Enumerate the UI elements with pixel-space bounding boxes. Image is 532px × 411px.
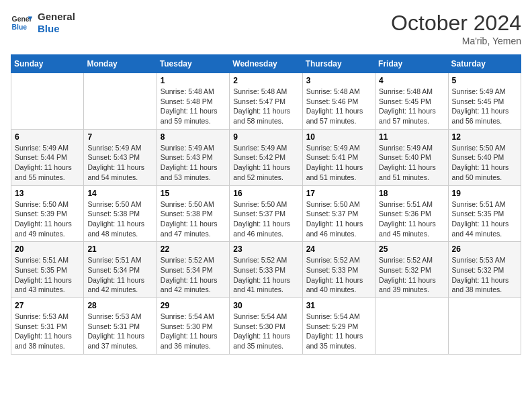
- page-header: General Blue General Blue October 2024 M…: [11, 11, 521, 46]
- calendar-cell: 9Sunrise: 5:49 AM Sunset: 5:42 PM Daylig…: [230, 129, 302, 185]
- calendar-cell: [84, 73, 157, 130]
- calendar-cell: 5Sunrise: 5:49 AM Sunset: 5:45 PM Daylig…: [448, 73, 521, 130]
- logo: General Blue General Blue: [11, 11, 75, 35]
- day-info: Sunrise: 5:49 AM Sunset: 5:43 PM Dayligh…: [161, 143, 226, 183]
- day-info: Sunrise: 5:49 AM Sunset: 5:40 PM Dayligh…: [379, 143, 444, 183]
- day-info: Sunrise: 5:52 AM Sunset: 5:32 PM Dayligh…: [379, 255, 444, 295]
- day-number: 12: [452, 132, 517, 142]
- day-info: Sunrise: 5:48 AM Sunset: 5:46 PM Dayligh…: [306, 87, 371, 126]
- day-number: 26: [452, 244, 517, 254]
- day-info: Sunrise: 5:51 AM Sunset: 5:34 PM Dayligh…: [87, 255, 152, 295]
- calendar-cell: 24Sunrise: 5:52 AM Sunset: 5:33 PM Dayli…: [302, 242, 375, 298]
- day-number: 21: [87, 244, 152, 254]
- day-info: Sunrise: 5:49 AM Sunset: 5:41 PM Dayligh…: [306, 143, 371, 183]
- day-number: 10: [306, 132, 371, 142]
- calendar-cell: 1Sunrise: 5:48 AM Sunset: 5:48 PM Daylig…: [157, 73, 229, 130]
- day-info: Sunrise: 5:54 AM Sunset: 5:30 PM Dayligh…: [233, 312, 298, 351]
- calendar-cell: 19Sunrise: 5:51 AM Sunset: 5:35 PM Dayli…: [448, 185, 521, 242]
- calendar-cell: 10Sunrise: 5:49 AM Sunset: 5:41 PM Dayli…: [302, 129, 375, 185]
- day-info: Sunrise: 5:48 AM Sunset: 5:45 PM Dayligh…: [379, 87, 444, 126]
- day-number: 19: [452, 189, 517, 198]
- day-number: 29: [161, 301, 226, 310]
- day-number: 9: [233, 132, 298, 142]
- day-number: 18: [379, 189, 444, 198]
- day-number: 25: [379, 244, 444, 254]
- day-number: 6: [15, 132, 80, 142]
- day-number: 3: [306, 76, 371, 85]
- day-number: 20: [15, 244, 80, 254]
- calendar-week-3: 13Sunrise: 5:50 AM Sunset: 5:39 PM Dayli…: [11, 185, 521, 242]
- calendar-header: SundayMondayTuesdayWednesdayThursdayFrid…: [11, 55, 521, 73]
- day-info: Sunrise: 5:48 AM Sunset: 5:48 PM Dayligh…: [161, 87, 226, 126]
- calendar-cell: 22Sunrise: 5:52 AM Sunset: 5:34 PM Dayli…: [157, 242, 229, 298]
- day-info: Sunrise: 5:50 AM Sunset: 5:38 PM Dayligh…: [161, 199, 226, 239]
- calendar-cell: 17Sunrise: 5:50 AM Sunset: 5:37 PM Dayli…: [302, 185, 375, 242]
- calendar-cell: 2Sunrise: 5:48 AM Sunset: 5:47 PM Daylig…: [230, 73, 302, 130]
- day-info: Sunrise: 5:50 AM Sunset: 5:39 PM Dayligh…: [15, 199, 80, 239]
- calendar-cell: 25Sunrise: 5:52 AM Sunset: 5:32 PM Dayli…: [375, 242, 448, 298]
- title-block: October 2024 Ma'rib, Yemen: [391, 11, 521, 46]
- calendar-cell: [11, 73, 84, 130]
- logo-general: General: [38, 11, 75, 23]
- calendar-cell: 20Sunrise: 5:51 AM Sunset: 5:35 PM Dayli…: [11, 242, 84, 298]
- day-number: 28: [87, 301, 152, 310]
- weekday-header-monday: Monday: [84, 55, 157, 73]
- day-number: 27: [15, 301, 80, 310]
- calendar-cell: 28Sunrise: 5:53 AM Sunset: 5:31 PM Dayli…: [84, 298, 157, 355]
- calendar-cell: 31Sunrise: 5:54 AM Sunset: 5:29 PM Dayli…: [302, 298, 375, 355]
- calendar-week-5: 27Sunrise: 5:53 AM Sunset: 5:31 PM Dayli…: [11, 298, 521, 355]
- calendar-cell: 7Sunrise: 5:49 AM Sunset: 5:43 PM Daylig…: [84, 129, 157, 185]
- day-number: 31: [306, 301, 371, 310]
- day-info: Sunrise: 5:50 AM Sunset: 5:37 PM Dayligh…: [306, 199, 371, 239]
- day-number: 15: [161, 189, 226, 198]
- day-info: Sunrise: 5:50 AM Sunset: 5:40 PM Dayligh…: [452, 143, 517, 183]
- day-number: 22: [161, 244, 226, 254]
- day-info: Sunrise: 5:54 AM Sunset: 5:30 PM Dayligh…: [161, 312, 226, 351]
- calendar-table: SundayMondayTuesdayWednesdayThursdayFrid…: [11, 54, 521, 355]
- day-number: 11: [379, 132, 444, 142]
- day-number: 24: [306, 244, 371, 254]
- day-info: Sunrise: 5:52 AM Sunset: 5:33 PM Dayligh…: [233, 255, 298, 295]
- calendar-cell: 27Sunrise: 5:53 AM Sunset: 5:31 PM Dayli…: [11, 298, 84, 355]
- day-number: 23: [233, 244, 298, 254]
- day-number: 4: [379, 76, 444, 85]
- day-number: 1: [161, 76, 226, 85]
- calendar-week-1: 1Sunrise: 5:48 AM Sunset: 5:48 PM Daylig…: [11, 73, 521, 130]
- calendar-cell: 23Sunrise: 5:52 AM Sunset: 5:33 PM Dayli…: [230, 242, 302, 298]
- day-number: 13: [15, 189, 80, 198]
- calendar-cell: 12Sunrise: 5:50 AM Sunset: 5:40 PM Dayli…: [448, 129, 521, 185]
- weekday-header-tuesday: Tuesday: [157, 55, 229, 73]
- weekday-header-sunday: Sunday: [11, 55, 84, 73]
- logo-blue: Blue: [38, 23, 75, 35]
- day-info: Sunrise: 5:48 AM Sunset: 5:47 PM Dayligh…: [233, 87, 298, 126]
- day-number: 7: [87, 132, 152, 142]
- day-number: 8: [161, 132, 226, 142]
- location-subtitle: Ma'rib, Yemen: [391, 36, 521, 46]
- day-info: Sunrise: 5:49 AM Sunset: 5:45 PM Dayligh…: [452, 87, 517, 126]
- month-title: October 2024: [391, 11, 521, 36]
- calendar-cell: 30Sunrise: 5:54 AM Sunset: 5:30 PM Dayli…: [230, 298, 302, 355]
- calendar-cell: [375, 298, 448, 355]
- day-info: Sunrise: 5:52 AM Sunset: 5:33 PM Dayligh…: [306, 255, 371, 295]
- calendar-cell: 18Sunrise: 5:51 AM Sunset: 5:36 PM Dayli…: [375, 185, 448, 242]
- day-number: 16: [233, 189, 298, 198]
- day-info: Sunrise: 5:52 AM Sunset: 5:34 PM Dayligh…: [161, 255, 226, 295]
- day-number: 5: [452, 76, 517, 85]
- day-info: Sunrise: 5:53 AM Sunset: 5:31 PM Dayligh…: [87, 312, 152, 351]
- calendar-week-4: 20Sunrise: 5:51 AM Sunset: 5:35 PM Dayli…: [11, 242, 521, 298]
- calendar-cell: 4Sunrise: 5:48 AM Sunset: 5:45 PM Daylig…: [375, 73, 448, 130]
- day-info: Sunrise: 5:54 AM Sunset: 5:29 PM Dayligh…: [306, 312, 371, 351]
- day-number: 30: [233, 301, 298, 310]
- calendar-cell: 8Sunrise: 5:49 AM Sunset: 5:43 PM Daylig…: [157, 129, 229, 185]
- calendar-cell: [448, 298, 521, 355]
- day-info: Sunrise: 5:51 AM Sunset: 5:35 PM Dayligh…: [15, 255, 80, 295]
- weekday-header-wednesday: Wednesday: [230, 55, 302, 73]
- weekday-header-friday: Friday: [375, 55, 448, 73]
- day-info: Sunrise: 5:53 AM Sunset: 5:31 PM Dayligh…: [15, 312, 80, 351]
- calendar-week-2: 6Sunrise: 5:49 AM Sunset: 5:44 PM Daylig…: [11, 129, 521, 185]
- calendar-cell: 3Sunrise: 5:48 AM Sunset: 5:46 PM Daylig…: [302, 73, 375, 130]
- day-info: Sunrise: 5:51 AM Sunset: 5:35 PM Dayligh…: [452, 199, 517, 239]
- logo-icon: General Blue: [11, 12, 32, 34]
- calendar-cell: 21Sunrise: 5:51 AM Sunset: 5:34 PM Dayli…: [84, 242, 157, 298]
- calendar-cell: 26Sunrise: 5:53 AM Sunset: 5:32 PM Dayli…: [448, 242, 521, 298]
